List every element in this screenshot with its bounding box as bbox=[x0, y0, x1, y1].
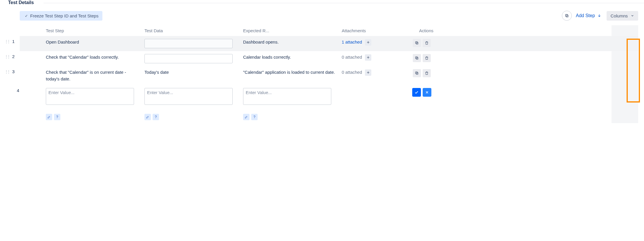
test-data-input[interactable] bbox=[144, 39, 233, 48]
help-icon: ? bbox=[155, 115, 157, 119]
help-icon: ? bbox=[254, 115, 256, 119]
copy-icon bbox=[565, 14, 569, 18]
copy-row-button[interactable] bbox=[413, 54, 421, 62]
svg-rect-2 bbox=[416, 42, 418, 44]
x-icon bbox=[425, 90, 429, 94]
drag-handle-icon[interactable] bbox=[5, 40, 9, 43]
add-attachment-button[interactable]: + bbox=[365, 69, 371, 76]
edit-icon bbox=[47, 115, 51, 119]
step-cell[interactable]: Open Dashboard bbox=[46, 39, 144, 46]
trash-icon bbox=[425, 71, 429, 75]
help-button[interactable]: ? bbox=[54, 114, 60, 120]
drag-handle-icon[interactable] bbox=[5, 55, 9, 58]
edit-icon bbox=[245, 115, 248, 119]
delete-row-button[interactable] bbox=[423, 69, 431, 77]
table-row-new: 4 bbox=[20, 85, 638, 109]
columns-button[interactable]: Columns bbox=[607, 11, 638, 21]
expected-cell[interactable]: Dashboard opens. bbox=[243, 39, 342, 46]
add-step-button[interactable]: Add Step bbox=[576, 13, 601, 18]
svg-rect-3 bbox=[415, 42, 417, 43]
attachments-count: 0 attached bbox=[342, 70, 362, 75]
svg-rect-4 bbox=[416, 57, 418, 59]
col-header-actions: Actions bbox=[408, 28, 435, 33]
new-data-input[interactable] bbox=[144, 88, 233, 105]
trash-icon bbox=[425, 56, 429, 60]
edit-button[interactable] bbox=[243, 114, 249, 120]
step-cell[interactable]: Check that "Calendar" loads correctly. bbox=[46, 54, 144, 61]
table-row[interactable]: 1 Open Dashboard Dashboard opens. 1 atta… bbox=[20, 36, 638, 51]
row-index: 1 bbox=[12, 39, 15, 44]
help-button[interactable]: ? bbox=[251, 114, 258, 120]
chevron-down-icon bbox=[631, 14, 634, 17]
col-header-expected: Expected R... bbox=[243, 28, 342, 33]
trash-icon bbox=[425, 41, 429, 45]
section-header: Test Details bbox=[0, 0, 644, 7]
svg-rect-6 bbox=[416, 73, 418, 74]
help-button[interactable]: ? bbox=[153, 114, 159, 120]
copy-icon bbox=[415, 41, 419, 45]
pin-icon bbox=[24, 14, 28, 18]
new-expected-input[interactable] bbox=[243, 88, 331, 105]
copy-icon bbox=[415, 56, 419, 60]
test-data-input[interactable] bbox=[144, 54, 233, 63]
expected-cell[interactable]: "Calendar" application is loaded to curr… bbox=[243, 69, 342, 76]
check-icon bbox=[414, 90, 419, 95]
section-title: Test Details bbox=[8, 0, 38, 5]
expected-cell[interactable]: Calendar loads correctly. bbox=[243, 54, 342, 61]
new-step-input[interactable] bbox=[46, 88, 134, 105]
add-step-label: Add Step bbox=[576, 13, 595, 18]
copy-steps-button[interactable] bbox=[562, 11, 572, 21]
row-index: 3 bbox=[12, 69, 15, 74]
delete-row-button[interactable] bbox=[423, 54, 431, 62]
footer-icons-row: ? ? ? bbox=[20, 109, 638, 123]
copy-row-button[interactable] bbox=[413, 69, 421, 77]
delete-row-button[interactable] bbox=[423, 39, 431, 47]
row-index: 4 bbox=[17, 88, 19, 93]
freeze-label: Freeze Test Step ID and Test Steps bbox=[30, 13, 98, 18]
col-header-step: Test Step bbox=[46, 28, 144, 33]
freeze-button[interactable]: Freeze Test Step ID and Test Steps bbox=[20, 11, 102, 21]
attachments-count: 0 attached bbox=[342, 55, 362, 60]
edit-icon bbox=[146, 115, 149, 119]
table-row[interactable]: 2 Check that "Calendar" loads correctly.… bbox=[20, 51, 638, 66]
col-header-data: Test Data bbox=[144, 28, 243, 33]
edit-button[interactable] bbox=[144, 114, 151, 120]
svg-rect-7 bbox=[415, 72, 417, 73]
confirm-new-row-button[interactable] bbox=[412, 88, 421, 97]
edit-button[interactable] bbox=[46, 114, 52, 120]
columns-label: Columns bbox=[611, 13, 628, 18]
arrow-down-icon bbox=[597, 14, 601, 18]
copy-row-button[interactable] bbox=[413, 39, 421, 47]
col-header-attachments: Attachments bbox=[342, 28, 408, 33]
row-index: 2 bbox=[12, 54, 15, 59]
help-icon: ? bbox=[56, 115, 58, 119]
test-data-text[interactable]: Today's date bbox=[144, 69, 243, 76]
toolbar: Freeze Test Step ID and Test Steps Add S… bbox=[0, 7, 644, 25]
grid-header: Test Step Test Data Expected R... Attach… bbox=[20, 25, 638, 36]
svg-rect-1 bbox=[565, 14, 567, 16]
copy-icon bbox=[415, 71, 419, 75]
add-attachment-button[interactable]: + bbox=[365, 54, 371, 61]
cancel-new-row-button[interactable] bbox=[423, 88, 431, 97]
add-attachment-button[interactable]: + bbox=[365, 39, 371, 46]
test-steps-grid: Test Step Test Data Expected R... Attach… bbox=[0, 25, 644, 123]
svg-rect-5 bbox=[415, 57, 417, 58]
table-row[interactable]: 3 Check that "Calendar" is on current da… bbox=[20, 66, 638, 85]
drag-handle-icon[interactable] bbox=[5, 70, 9, 73]
step-cell[interactable]: Check that "Calendar" is on current date… bbox=[46, 69, 144, 82]
attachments-link[interactable]: 1 attached bbox=[342, 39, 362, 44]
svg-rect-0 bbox=[566, 15, 568, 17]
